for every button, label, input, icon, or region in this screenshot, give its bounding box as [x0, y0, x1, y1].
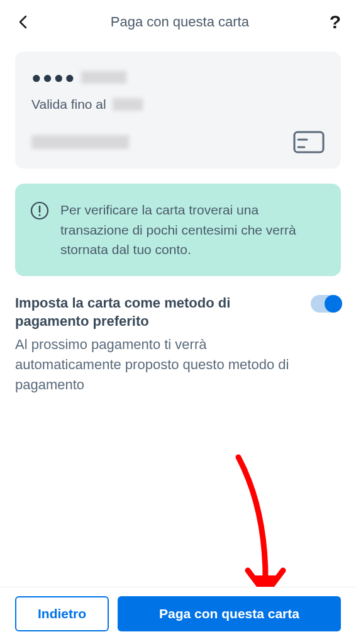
back-footer-button[interactable]: Indietro [15, 596, 109, 631]
preferred-method-toggle[interactable] [311, 295, 341, 313]
chevron-left-icon [18, 15, 27, 29]
card-number-row: ●●●● [31, 69, 325, 86]
card-masked-dots: ●●●● [31, 69, 76, 86]
svg-rect-0 [294, 132, 323, 152]
pay-button[interactable]: Paga con questa carta [118, 596, 341, 631]
info-icon [30, 201, 49, 220]
card-details-box: ●●●● Valida fino al [15, 52, 341, 169]
info-text: Per verificare la carta troverai una tra… [60, 200, 326, 260]
toggle-title: Imposta la carta come metodo di pagament… [15, 294, 298, 331]
footer-actions: Indietro Paga con questa carta [0, 587, 356, 644]
cardholder-redacted [31, 135, 129, 149]
help-button[interactable]: ? [330, 11, 341, 33]
card-valid-row: Valida fino al [31, 97, 325, 112]
info-notice: Per verificare la carta troverai una tra… [15, 184, 341, 276]
toggle-knob [325, 295, 342, 313]
card-expiry-redacted [113, 98, 143, 111]
preferred-method-section: Imposta la carta come metodo di pagament… [15, 294, 341, 395]
credit-card-icon [293, 131, 325, 153]
svg-point-5 [38, 214, 40, 216]
page-title: Paga con questa carta [111, 14, 249, 30]
back-button[interactable] [15, 14, 30, 30]
annotation-arrow-icon [229, 454, 298, 605]
card-last-digits-redacted [81, 71, 126, 84]
toggle-description: Al prossimo pagamento ti verrà automatic… [15, 335, 298, 395]
card-valid-label: Valida fino al [31, 97, 106, 112]
